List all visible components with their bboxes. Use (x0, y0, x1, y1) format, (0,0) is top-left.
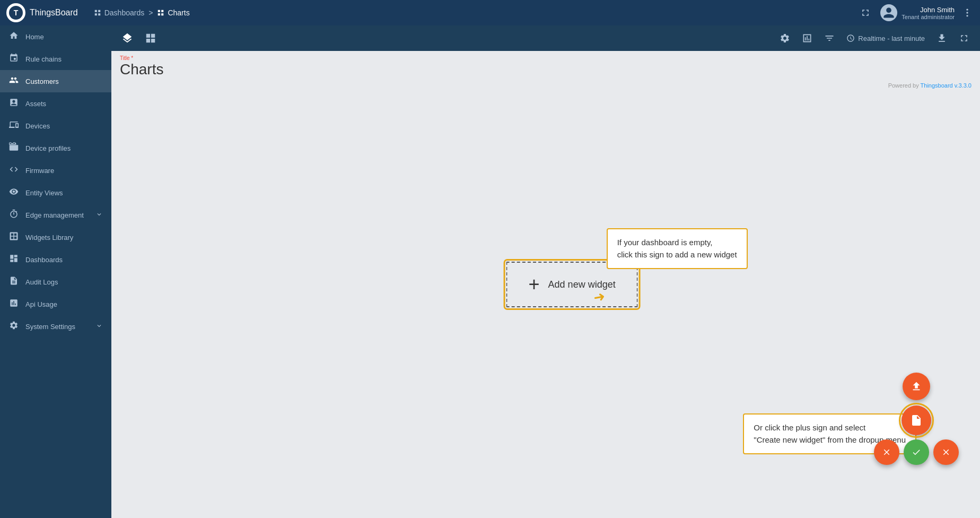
sidebar-item-audit-logs[interactable]: Audit Logs (0, 271, 111, 293)
grid-button[interactable] (141, 29, 160, 48)
sidebar-item-dashboards[interactable]: Dashboards (0, 248, 111, 271)
dashboard-title: Charts (120, 61, 972, 78)
plus-icon: + (529, 273, 540, 296)
sidebar-item-api-usage[interactable]: Api Usage (0, 293, 111, 315)
assets-icon (8, 98, 19, 109)
svg-rect-2 (94, 10, 97, 12)
close-fab-button-right[interactable] (933, 439, 959, 465)
entity-views-icon (8, 187, 19, 198)
fullscreen-button[interactable] (857, 4, 874, 21)
dashboards-icon (8, 254, 19, 265)
svg-rect-4 (94, 13, 97, 15)
breadcrumb-dashboards[interactable]: Dashboards (94, 8, 145, 17)
widgets-library-icon (8, 231, 19, 243)
realtime-label: Realtime - last minute (858, 34, 925, 42)
sidebar-item-assets[interactable]: Assets (0, 92, 111, 115)
header-left: T ThingsBoard Dashboards > Charts (6, 3, 190, 22)
upload-fab-button[interactable] (903, 373, 930, 400)
firmware-icon (8, 165, 19, 176)
user-area[interactable]: John Smith Tenant administrator (880, 4, 955, 21)
sidebar-item-widgets-library[interactable]: Widgets Library (0, 226, 111, 248)
sidebar-item-home[interactable]: Home (0, 25, 111, 48)
sidebar: Home Rule chains Customers Assets Device (0, 25, 111, 518)
fab-area (874, 373, 959, 465)
sidebar-item-devices[interactable]: Devices (0, 115, 111, 137)
tooltip-add-widget: If your dashboard is empty,click this si… (607, 228, 748, 269)
device-profiles-icon (8, 142, 19, 154)
sidebar-item-entity-views[interactable]: Entity Views (0, 182, 111, 204)
fullscreen-content-button[interactable] (955, 29, 974, 48)
main-layout: Home Rule chains Customers Assets Device (0, 25, 980, 518)
filter-button[interactable] (820, 29, 839, 48)
breadcrumb-current: Charts (157, 8, 189, 17)
settings-button[interactable] (775, 29, 794, 48)
svg-point-11 (966, 12, 968, 13)
footer: Powered by Thingsboard v.3.3.0 (111, 80, 980, 91)
tooltip1-text: If your dashboard is empty,click this si… (617, 238, 737, 259)
sidebar-item-edge-management[interactable]: Edge management (0, 204, 111, 226)
title-area: Title * Charts (111, 51, 980, 80)
user-name: John Smith (902, 6, 955, 14)
close-fab-button-left[interactable] (874, 439, 899, 465)
dashboard-content: Title * Charts + Add new widget If your … (111, 51, 980, 518)
svg-rect-7 (162, 10, 164, 12)
svg-rect-6 (158, 10, 160, 12)
home-icon (8, 31, 19, 42)
toolbar-right: Realtime - last minute (775, 29, 974, 48)
breadcrumb-separator: > (148, 8, 153, 17)
edge-management-icon (8, 209, 19, 221)
svg-rect-9 (162, 13, 164, 15)
layers-button[interactable] (118, 29, 137, 48)
chart-type-button[interactable] (798, 29, 817, 48)
add-widget-label: Add new widget (548, 279, 616, 290)
sidebar-item-customers[interactable]: Customers (0, 70, 111, 92)
dashboard-toolbar: Realtime - last minute (111, 25, 980, 51)
realtime-button[interactable]: Realtime - last minute (842, 32, 929, 45)
api-usage-icon (8, 298, 19, 310)
sidebar-item-rule-chains[interactable]: Rule chains (0, 48, 111, 70)
user-info: John Smith Tenant administrator (902, 6, 955, 20)
sidebar-item-device-profiles[interactable]: Device profiles (0, 137, 111, 159)
header-right: John Smith Tenant administrator (857, 4, 974, 21)
download-button[interactable] (932, 29, 951, 48)
svg-rect-8 (158, 13, 160, 15)
svg-point-10 (966, 9, 968, 11)
fab-row (874, 439, 959, 465)
content-area: Realtime - last minute Title (111, 25, 980, 518)
thingsboard-link[interactable]: Thingsboard v.3.3.0 (921, 82, 972, 89)
svg-rect-5 (98, 13, 100, 15)
sidebar-item-firmware[interactable]: Firmware (0, 159, 111, 182)
confirm-fab-button[interactable] (904, 439, 929, 465)
toolbar-left (118, 29, 160, 48)
svg-rect-3 (98, 10, 100, 12)
rule-chains-icon (8, 53, 19, 65)
logo[interactable]: T ThingsBoard (6, 3, 78, 22)
customers-icon (8, 75, 19, 87)
system-settings-chevron (95, 322, 103, 331)
svg-point-12 (966, 15, 968, 16)
add-fab-button[interactable] (902, 405, 931, 435)
edge-management-chevron (95, 211, 103, 220)
top-header: T ThingsBoard Dashboards > Charts (0, 0, 980, 25)
avatar (880, 4, 897, 21)
system-settings-icon (8, 321, 19, 332)
user-role: Tenant administrator (902, 14, 955, 20)
breadcrumb: Dashboards > Charts (94, 8, 190, 17)
more-vert-button[interactable] (961, 4, 974, 21)
sidebar-item-system-settings[interactable]: System Settings (0, 315, 111, 338)
svg-text:T: T (14, 8, 19, 17)
audit-logs-icon (8, 276, 19, 288)
title-label: Title * (120, 55, 972, 61)
logo-text: ThingsBoard (30, 8, 78, 18)
devices-icon (8, 120, 19, 132)
logo-icon: T (6, 3, 25, 22)
